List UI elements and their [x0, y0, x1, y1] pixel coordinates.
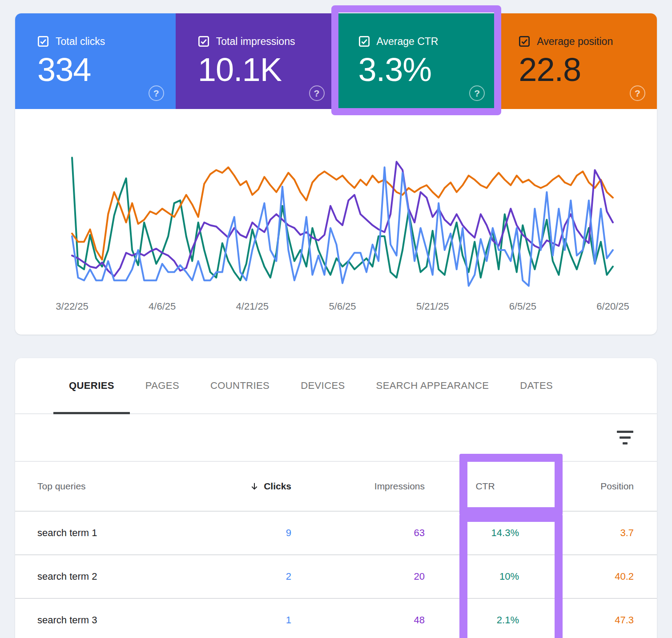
clicks-value: 1 [176, 614, 291, 626]
clicks-value: 2 [176, 571, 291, 582]
query-cell[interactable]: search term 1 [37, 527, 176, 539]
table-row[interactable]: search term 1 9 63 14.3% 3.7 [15, 511, 657, 554]
dimensions-table-panel: QUERIES PAGES COUNTRIES DEVICES SEARCH A… [15, 358, 657, 638]
clicks-value: 9 [176, 527, 291, 539]
search-console-performance-report: Total clicks 334 ? Total impressions 10.… [0, 0, 672, 638]
column-header-clicks[interactable]: Clicks [176, 481, 291, 492]
table-toolbar [15, 414, 657, 462]
filter-list-icon[interactable] [615, 428, 635, 446]
svg-text:4/21/25: 4/21/25 [236, 301, 269, 312]
dimension-tabs: QUERIES PAGES COUNTRIES DEVICES SEARCH A… [15, 358, 657, 414]
performance-line-chart[interactable]: 3/22/254/6/254/21/255/6/255/21/256/5/256… [15, 13, 657, 335]
impressions-value: 63 [291, 527, 425, 539]
svg-text:6/5/25: 6/5/25 [509, 301, 536, 312]
tab-countries[interactable]: COUNTRIES [195, 358, 285, 413]
table-row[interactable]: search term 2 2 20 10% 40.2 [15, 554, 657, 598]
ctr-value: 2.1% [425, 614, 519, 626]
impressions-value: 48 [291, 614, 425, 626]
svg-text:3/22/25: 3/22/25 [56, 301, 88, 312]
queries-table: Top queries Clicks Impressions CTR Posit… [15, 462, 657, 638]
position-value: 40.2 [519, 571, 634, 582]
position-value: 47.3 [519, 614, 634, 626]
sort-descending-icon [249, 481, 259, 491]
svg-text:5/21/25: 5/21/25 [416, 301, 449, 312]
table-header-row: Top queries Clicks Impressions CTR Posit… [15, 462, 657, 511]
performance-summary-panel: Total clicks 334 ? Total impressions 10.… [15, 13, 657, 335]
svg-text:5/6/25: 5/6/25 [329, 301, 356, 312]
column-header-top-queries[interactable]: Top queries [37, 481, 176, 492]
tab-queries[interactable]: QUERIES [53, 358, 130, 413]
tab-pages[interactable]: PAGES [130, 358, 195, 413]
column-header-position[interactable]: Position [519, 481, 634, 492]
column-header-impressions[interactable]: Impressions [291, 481, 425, 492]
query-cell[interactable]: search term 3 [37, 614, 176, 626]
tab-search-appearance[interactable]: SEARCH APPEARANCE [361, 358, 505, 413]
ctr-value: 14.3% [425, 527, 519, 539]
tab-devices[interactable]: DEVICES [285, 358, 360, 413]
ctr-value: 10% [425, 571, 519, 582]
position-value: 3.7 [519, 527, 634, 539]
svg-text:6/20/25: 6/20/25 [596, 301, 629, 312]
table-row[interactable]: search term 3 1 48 2.1% 47.3 [15, 598, 657, 638]
impressions-value: 20 [291, 571, 425, 582]
tab-dates[interactable]: DATES [504, 358, 568, 413]
svg-text:4/6/25: 4/6/25 [149, 301, 176, 312]
query-cell[interactable]: search term 2 [37, 571, 176, 582]
column-header-ctr[interactable]: CTR [425, 481, 519, 492]
